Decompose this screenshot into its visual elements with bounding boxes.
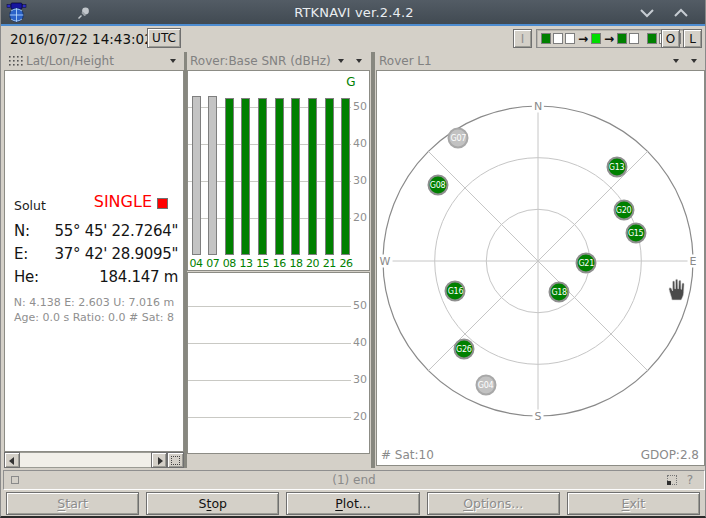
rtknavi-window: RTKNAVI ver.2.4.2 2016/07/22 14:43:02.0 … bbox=[0, 0, 706, 518]
time-toolbar: 2016/07/22 14:43:02.0 UTC I →→ O L bbox=[1, 28, 706, 50]
solution-display-dropdown[interactable] bbox=[170, 59, 176, 63]
snr-bar-08 bbox=[225, 98, 234, 255]
skyplot-display-dropdown[interactable] bbox=[673, 59, 679, 63]
snr-bar-label-15: 15 bbox=[254, 257, 272, 270]
gps-system-label: G bbox=[343, 75, 359, 89]
stream-square-off bbox=[565, 33, 575, 44]
compass-east-label: E bbox=[688, 255, 699, 268]
satellite-G18: G18 bbox=[549, 282, 570, 303]
satellite-G13: G13 bbox=[606, 157, 627, 178]
snr-bar-21 bbox=[325, 98, 334, 255]
snr-bar-04 bbox=[192, 96, 201, 255]
sat-count-label: # Sat:10 bbox=[381, 448, 434, 462]
stream-square-off bbox=[553, 33, 563, 44]
command-buttons: StartStopPlot...Options...Exit bbox=[6, 492, 700, 515]
statusbar: (1) end ? bbox=[3, 470, 705, 490]
utc-button[interactable]: UTC bbox=[147, 28, 181, 48]
grip-dots-icon[interactable] bbox=[9, 56, 23, 66]
ytick-label: 50 bbox=[353, 299, 370, 312]
satellite-G07: G07 bbox=[448, 128, 469, 149]
resize-grip-icon[interactable] bbox=[667, 475, 677, 485]
log-stream-button[interactable]: L bbox=[683, 29, 702, 48]
satellite-G21: G21 bbox=[576, 252, 597, 273]
skyplot-freq-dropdown[interactable] bbox=[691, 59, 697, 63]
ytick-label: 30 bbox=[353, 174, 370, 187]
ytick-label: 30 bbox=[353, 373, 370, 386]
scroll-track[interactable] bbox=[20, 452, 151, 468]
satellite-G08: G08 bbox=[427, 175, 448, 196]
solution-panel-header: Lat/Lon/Height bbox=[4, 52, 184, 70]
solution-panel: Lat/Lon/Height Solut SINGLE N:55° 45' 22… bbox=[4, 52, 184, 468]
snr-bar-13 bbox=[241, 98, 250, 255]
panel-splitter[interactable] bbox=[371, 52, 375, 468]
snr-panel-title: Rover:Base SNR (dBHz) bbox=[190, 54, 331, 68]
stream-arrow-icon: → bbox=[603, 34, 615, 44]
rover-snr-chart: G 2030405004070813151618202126 bbox=[187, 70, 370, 271]
snr-bar-label-04: 04 bbox=[187, 257, 205, 270]
gridline-20 bbox=[188, 417, 351, 418]
ytick-label: 50 bbox=[353, 100, 370, 113]
exit-button[interactable]: Exit bbox=[567, 492, 700, 515]
longitude-row: E:37° 42' 28.9095" bbox=[14, 245, 178, 266]
chevron-down-icon[interactable] bbox=[639, 8, 655, 18]
snr-bar-label-20: 20 bbox=[304, 257, 322, 270]
skyplot: N E S W G07G13G08G20G15G21G18G16G26G04 #… bbox=[376, 70, 705, 466]
snr-bar-label-13: 13 bbox=[237, 257, 255, 270]
skyplot-panel-header: Rover L1 bbox=[376, 52, 705, 70]
satellite-G04: G04 bbox=[475, 374, 496, 395]
start-button[interactable]: Start bbox=[6, 492, 139, 515]
satellite-G20: G20 bbox=[613, 199, 634, 220]
status-message: (1) end bbox=[4, 473, 704, 487]
latitude-row: N:55° 45' 22.7264" bbox=[14, 222, 178, 243]
ytick-label: 40 bbox=[353, 336, 370, 349]
window-title: RTKNAVI ver.2.4.2 bbox=[1, 5, 706, 20]
stream-square-on bbox=[647, 33, 657, 44]
stream-square-off bbox=[629, 33, 639, 44]
solution-label: Solut bbox=[14, 198, 46, 213]
stream-arrow-icon: → bbox=[577, 34, 589, 44]
skyplot-grid bbox=[377, 71, 704, 465]
snr-display-dropdown[interactable] bbox=[338, 59, 344, 63]
titlebar: RTKNAVI ver.2.4.2 bbox=[1, 0, 706, 26]
compass-north-label: N bbox=[532, 100, 544, 113]
output-stream-button[interactable]: O bbox=[661, 29, 680, 48]
satellite-G15: G15 bbox=[625, 222, 646, 243]
help-icon[interactable]: ? bbox=[687, 473, 693, 487]
height-row: He:184.147 m bbox=[14, 268, 178, 289]
compass-south-label: S bbox=[533, 410, 544, 423]
plot-button[interactable]: Plot... bbox=[286, 492, 419, 515]
scroll-left-button[interactable] bbox=[4, 452, 20, 468]
timestamp: 2016/07/22 14:43:02.0 bbox=[10, 31, 166, 47]
snr-bar-label-08: 08 bbox=[220, 257, 238, 270]
gridline-30 bbox=[188, 380, 351, 381]
snr-bar-18 bbox=[291, 98, 300, 255]
solution-display: Solut SINGLE N:55° 45' 22.7264" E:37° 42… bbox=[4, 70, 184, 452]
hand-cursor bbox=[666, 277, 687, 301]
ytick-label: 20 bbox=[353, 211, 370, 224]
stream-square-on bbox=[617, 33, 627, 44]
snr-bar-label-16: 16 bbox=[270, 257, 288, 270]
gdop-label: GDOP:2.8 bbox=[641, 448, 699, 462]
options-button[interactable]: Options... bbox=[427, 492, 560, 515]
snr-bar-16 bbox=[275, 98, 284, 255]
skyplot-panel: Rover L1 N E S W G07G13G08G20G15G21G18G1… bbox=[376, 52, 705, 468]
snr-panel: Rover:Base SNR (dBHz) G 2030405004070813… bbox=[187, 52, 370, 468]
solution-age-stats: Age: 0.0 s Ratio: 0.0 # Sat: 8 bbox=[5, 311, 183, 324]
solution-panel-title: Lat/Lon/Height bbox=[26, 54, 114, 68]
snr-bar-label-18: 18 bbox=[287, 257, 305, 270]
satellite-G16: G16 bbox=[445, 281, 466, 302]
input-stream-button[interactable]: I bbox=[513, 29, 532, 48]
scroll-right-button[interactable] bbox=[151, 452, 167, 468]
chevron-up-icon[interactable] bbox=[673, 8, 689, 18]
stream-square-active bbox=[591, 33, 601, 44]
solution-hscrollbar bbox=[4, 452, 184, 468]
snr-bar-label-07: 07 bbox=[204, 257, 222, 270]
snr-bar-26 bbox=[341, 98, 350, 255]
stop-button[interactable]: Stop bbox=[146, 492, 279, 515]
snr-bar-label-21: 21 bbox=[320, 257, 338, 270]
snr-freq-dropdown[interactable] bbox=[356, 59, 362, 63]
snr-bar-07 bbox=[208, 96, 217, 255]
solution-std-stats: N: 4.138 E: 2.603 U: 7.016 m bbox=[5, 296, 183, 309]
panel-resize-button[interactable] bbox=[167, 452, 184, 468]
stream-square-on bbox=[541, 33, 551, 44]
